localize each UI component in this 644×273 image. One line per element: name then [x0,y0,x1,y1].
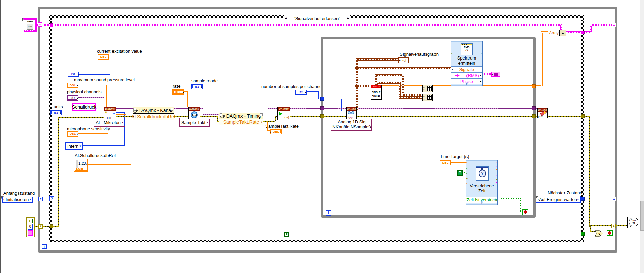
property-row-dbref[interactable]: AI.Schalldruck.dbRef [133,113,174,120]
daqmx-read-node[interactable]: DAQmx ∿∿ [346,107,357,120]
sample-takt-ring-selector[interactable]: Sample-Takt▾ [180,119,210,126]
page-icon [260,113,263,116]
analog-read-ring-selector[interactable]: Analog 1D Sig NKanäle NSamples ▾ [332,119,372,130]
tunnel[interactable] [581,114,585,118]
outer-loop-stop-terminal[interactable] [607,230,613,236]
cluster-bool[interactable]: F [28,219,33,223]
cluster-number[interactable]: 0 [28,224,33,230]
spektrum-ermitteln-express-vi[interactable]: RMS Λ Spektrumermitteln ▸Signale FFT - (… [451,41,483,86]
anfangszustand-enum[interactable]: ◂▸Initialisieren▾ [2,197,33,202]
simple-error-handler-node[interactable]: Error ?! [627,217,639,228]
true-boolean-constant[interactable]: T [457,170,463,176]
physical-channels-terminal[interactable]: I/O▸ [67,95,78,101]
inner-loop-iteration-terminal[interactable]: i [326,210,331,216]
dbref-numeric-constant[interactable]: 1.23 ▸ DBL [75,159,88,171]
express-row-signale[interactable]: ▸Signale [451,66,482,73]
express-row-fft[interactable]: FFT - (RMS)▸ [451,72,482,79]
vertical-scrollbar[interactable] [640,0,644,273]
expand-chevron-icon[interactable]: ∨∨ [451,82,482,85]
case-structure-border-left[interactable] [49,15,52,242]
graph-terminal[interactable]: ▸ ∿] [398,57,409,63]
case-selector-terminal[interactable]: ? [49,196,54,201]
wire [124,112,125,146]
units-terminal[interactable]: I32▸ [50,110,62,115]
tunnel[interactable] [320,114,324,118]
daqmx-timing-property-node[interactable]: DAQmx - Timing SampleTakt.Rate ▸ [219,113,263,125]
convert-dynamic-data-node[interactable]: ▫▫▫▸ [422,94,433,101]
outer-loop-iteration-terminal[interactable]: i [42,244,47,249]
increment-decrement-icon[interactable]: ◂▸ [3,198,4,201]
tunnel[interactable] [50,224,53,228]
shift-register-cluster-right[interactable]: ▲ [611,224,616,228]
tunnel[interactable] [581,197,585,201]
shift-register-state-left[interactable]: ▼ [38,197,43,201]
case-selector-label[interactable]: "Signalverlauf erfassen" [288,15,346,22]
tunnel[interactable] [50,23,53,27]
terminal-type: DBL [70,84,76,87]
daqmx-clear-task-node[interactable]: DAQmx {∿∿ [537,108,548,118]
expand-chevron-icon[interactable]: ∨∨ [466,201,497,204]
case-structure-border-bottom[interactable] [49,240,584,242]
case-next-arrow-icon[interactable]: ▶ [346,15,350,22]
dropdown-icon[interactable]: ▾ [30,198,31,201]
mikrofon-ring-selector[interactable]: AI - Mikrofon▾ [95,119,124,126]
fft-dynamic-indicator[interactable]: ▸ [491,72,500,77]
tunnel[interactable] [581,31,585,34]
daqmx-kanal-property-node[interactable]: DAQmx - Kanal AI.Schalldruck.dbRef ▸ [133,107,174,120]
daqmx-header: DAQmx [347,107,356,111]
daqmx-create-channel-node[interactable]: DAQmx * ↔ ∏∏ [104,107,116,120]
output-arrow-icon: ▸ [496,162,497,164]
naechster-zustand-enum[interactable]: ◂▸Auf Ereignis warten▾ [537,197,580,202]
current-excitation-terminal[interactable]: DBL▸ [98,54,109,60]
dropdown-icon[interactable]: ▾ [368,123,370,128]
tunnel[interactable] [532,114,536,118]
samples-per-channel-terminal[interactable]: I32▸ [295,90,307,95]
dropdown-icon[interactable]: ▾ [121,121,123,124]
property-row-rate[interactable]: SampleTakt.Rate [219,119,263,125]
glasses-icon [348,111,351,114]
free-label: Nächster Zustand [548,191,582,195]
dropdown-icon[interactable]: ▾ [79,144,81,148]
tunnel[interactable] [320,97,324,101]
daqmx-timing-clock-node[interactable]: DAQmx 12:00 [188,107,200,120]
dropdown-icon[interactable]: ▾ [206,121,208,124]
case-structure-border-right[interactable] [581,15,584,242]
cluster-string[interactable] [28,230,33,236]
increment-decrement-icon[interactable]: ◂▸ [537,198,539,201]
rate-terminal[interactable]: DBL▸ [172,89,184,95]
microphone-sensitivity-terminal[interactable]: DBL▸ [67,131,78,136]
max-sound-pressure-terminal[interactable]: DBL▸ [67,83,78,88]
case-selector[interactable]: ◀ "Signalverlauf erfassen" ▶ [284,15,350,22]
output-arrow-icon: ▸ [496,165,497,167]
dropdown-icon[interactable]: ▾ [577,198,579,201]
intern-enum-constant[interactable]: Intern▾ [66,143,83,149]
scrollbar-thumb[interactable] [640,201,644,231]
dbref-value[interactable]: 1.23 [78,161,86,165]
wfm-text: WFM [24,20,35,23]
wire [116,114,126,115]
tunnel[interactable] [532,106,536,110]
shift-register-waveform-right[interactable]: ▲ [612,23,616,27]
build-array-node[interactable]: Array ▸▸ [548,30,566,36]
inner-loop-stop-terminal[interactable] [522,209,528,215]
or-gate[interactable]: ∨ [595,230,604,237]
shift-register-waveform-left[interactable]: ▼ [38,22,42,27]
wfm-waveform-constant[interactable]: WFM 10110 [24,19,36,32]
verstrichene-zeit-express-vi[interactable]: ? VerstricheneZeit Zeit ist verstrich▸ ∨… [466,160,498,205]
sampletakt-rate-indicator[interactable]: DBL▸ [270,129,282,134]
tunnel[interactable] [581,232,585,236]
false-boolean-constant[interactable]: F [284,232,289,237]
tunnel[interactable] [532,84,536,88]
daqmx-start-task-node[interactable]: DAQmx ▶ {∿} [277,107,290,120]
shift-register-state-right[interactable]: ▲ [612,197,616,201]
schalldruck-string-constant[interactable]: Schalldruck [72,103,96,111]
case-prev-arrow-icon[interactable]: ◀ [284,15,288,22]
cluster-constant[interactable]: F 0 [26,217,35,237]
tunnel[interactable] [320,106,324,110]
shift-register-cluster-left[interactable]: ▼ [38,224,43,229]
ni9233-single-signal-node[interactable]: NI 9233 SINGLE SIGNAL [371,85,382,100]
wire [197,89,197,107]
true-text: T [459,171,461,175]
i32-terminal[interactable]: I32▸ [68,72,79,77]
convert-dynamic-data-node[interactable]: ▫▫▫▸ [422,85,433,92]
